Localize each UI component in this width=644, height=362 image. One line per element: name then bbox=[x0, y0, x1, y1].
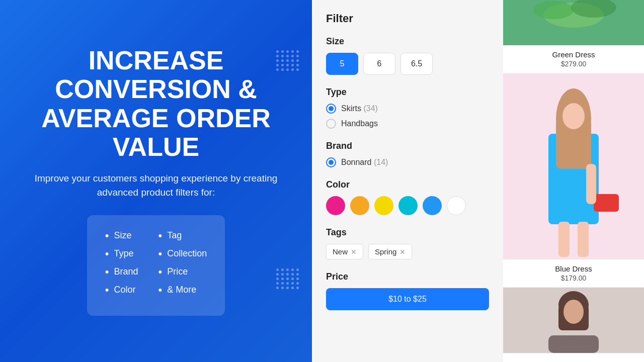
product-image-blue-dress bbox=[503, 73, 644, 259]
tag-spring-remove[interactable]: ✕ bbox=[399, 248, 406, 256]
color-orange[interactable] bbox=[350, 196, 369, 215]
feature-tag: Tag bbox=[158, 229, 207, 242]
product-card-blue-dress: Blue Dress $179.00 bbox=[503, 73, 644, 288]
svg-rect-13 bbox=[558, 222, 570, 257]
features-box: Size Type Brand Color Tag Collection Pri… bbox=[87, 215, 225, 316]
brand-label: Brand bbox=[326, 141, 489, 151]
feature-collection: Collection bbox=[158, 247, 207, 260]
features-col-2: Tag Collection Price & More bbox=[158, 229, 207, 302]
color-blue[interactable] bbox=[423, 196, 442, 215]
price-range-text: $10 to $25 bbox=[388, 295, 427, 304]
size-btn-6[interactable]: 6 bbox=[363, 53, 395, 75]
type-label: Type bbox=[326, 87, 489, 98]
feature-price: Price bbox=[158, 265, 207, 279]
feature-size: Size bbox=[105, 229, 138, 242]
size-btn-6-5[interactable]: 6.5 bbox=[400, 53, 433, 75]
type-section: Type Skirts (34) Handbags bbox=[326, 87, 489, 129]
tag-new-label: New bbox=[333, 247, 348, 256]
features-col-1: Size Type Brand Color bbox=[105, 229, 138, 302]
product-price-green-dress: $279.00 bbox=[509, 60, 638, 68]
decorative-dots-bottom bbox=[276, 268, 299, 289]
feature-type: Type bbox=[105, 247, 138, 260]
brand-bonnard-label: Bonnard (14) bbox=[341, 158, 388, 167]
type-handbags-label: Handbags bbox=[341, 119, 378, 128]
color-white[interactable] bbox=[447, 196, 466, 215]
svg-point-2 bbox=[533, 1, 574, 19]
third-product-svg bbox=[503, 288, 644, 353]
tag-spring[interactable]: Spring ✕ bbox=[368, 244, 412, 259]
blue-dress-svg bbox=[503, 73, 644, 259]
svg-rect-12 bbox=[586, 164, 596, 204]
color-label: Color bbox=[326, 179, 489, 190]
size-buttons: 5 6 6.5 bbox=[326, 53, 489, 75]
size-section: Size 5 6 6.5 bbox=[326, 36, 489, 75]
color-swatches bbox=[326, 196, 489, 215]
hero-subtitle: Improve your customers shopping experien… bbox=[20, 171, 292, 200]
color-pink[interactable] bbox=[326, 196, 345, 215]
type-skirts-option[interactable]: Skirts (34) bbox=[326, 104, 489, 114]
color-section: Color bbox=[326, 179, 489, 215]
svg-rect-20 bbox=[548, 335, 599, 353]
feature-color: Color bbox=[105, 284, 138, 297]
color-yellow[interactable] bbox=[374, 196, 393, 215]
price-label: Price bbox=[326, 272, 489, 282]
radio-bonnard bbox=[326, 157, 336, 167]
green-dress-image bbox=[503, 0, 644, 45]
product-card-green-dress: Green Dress $279.00 bbox=[503, 0, 644, 73]
hero-title: INCREASE CONVERSION & AVERAGE ORDER VALU… bbox=[20, 46, 292, 161]
left-panel: INCREASE CONVERSION & AVERAGE ORDER VALU… bbox=[0, 0, 312, 362]
color-teal[interactable] bbox=[398, 196, 418, 215]
product-name-green-dress: Green Dress bbox=[509, 50, 638, 59]
svg-point-10 bbox=[562, 103, 585, 129]
svg-point-19 bbox=[564, 300, 584, 324]
feature-brand: Brand bbox=[105, 265, 138, 279]
size-label: Size bbox=[326, 36, 489, 47]
size-btn-5[interactable]: 5 bbox=[326, 53, 358, 75]
brand-section: Brand Bonnard (14) bbox=[326, 141, 489, 167]
product-image-green-dress bbox=[503, 0, 644, 45]
tag-spring-label: Spring bbox=[375, 247, 396, 256]
radio-handbags bbox=[326, 119, 336, 129]
filter-title: Filter bbox=[326, 12, 489, 25]
radio-skirts bbox=[326, 104, 336, 114]
tag-new[interactable]: New ✕ bbox=[326, 244, 363, 259]
product-info-blue-dress: Blue Dress $179.00 bbox=[503, 259, 644, 287]
tags-label: Tags bbox=[326, 227, 489, 238]
tags-section: Tags New ✕ Spring ✕ bbox=[326, 227, 489, 259]
decorative-dots-top bbox=[276, 50, 299, 71]
price-range-bar[interactable]: $10 to $25 bbox=[326, 288, 489, 310]
products-panel: Green Dress $279.00 bbox=[503, 0, 644, 362]
svg-rect-14 bbox=[578, 222, 589, 257]
brand-bonnard-option[interactable]: Bonnard (14) bbox=[326, 157, 489, 167]
product-price-blue-dress: $179.00 bbox=[509, 274, 638, 282]
tags-row: New ✕ Spring ✕ bbox=[326, 244, 489, 259]
price-section: Price $10 to $25 bbox=[326, 272, 489, 310]
product-card-third bbox=[503, 288, 644, 353]
type-skirts-label: Skirts (34) bbox=[341, 104, 378, 113]
tag-new-remove[interactable]: ✕ bbox=[351, 248, 357, 256]
product-info-green-dress: Green Dress $279.00 bbox=[503, 45, 644, 73]
product-name-blue-dress: Blue Dress bbox=[509, 264, 638, 273]
type-handbags-option[interactable]: Handbags bbox=[326, 119, 489, 129]
feature-more: & More bbox=[158, 284, 207, 297]
product-image-third bbox=[503, 288, 644, 353]
svg-rect-11 bbox=[594, 194, 619, 212]
filter-panel: Filter Size 5 6 6.5 Type Skirts (34) Han… bbox=[312, 0, 503, 362]
